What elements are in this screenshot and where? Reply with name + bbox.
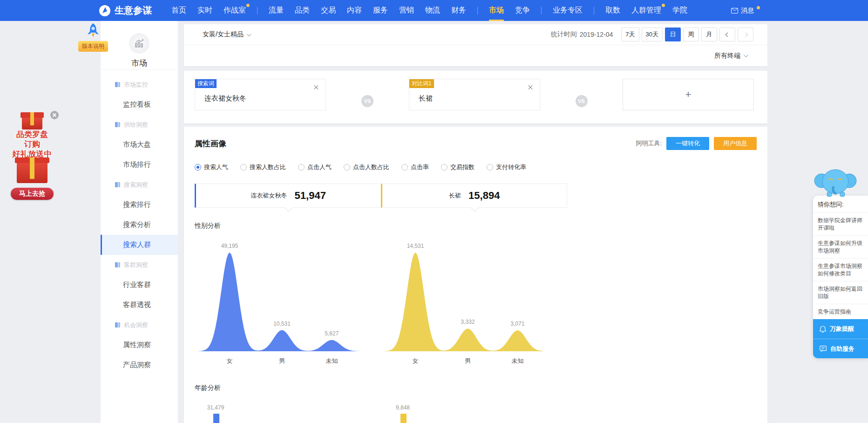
elephant-mascot	[813, 165, 868, 196]
compare-word-tag: 对比词1	[409, 79, 434, 88]
sidebar-item-industry-customers[interactable]: 行业客群	[101, 275, 178, 295]
svg-text:3,332: 3,332	[461, 319, 475, 325]
nav-item-marketing[interactable]: 营销	[399, 0, 414, 21]
sidebar-item-attribute-insight[interactable]: 属性洞察	[101, 335, 178, 355]
sidebar-item-search-ranking[interactable]: 搜索排行	[101, 195, 178, 215]
stat-date: 2019-12-04	[580, 31, 613, 38]
version-badge[interactable]: 版本说明	[78, 41, 108, 52]
nav-item-content[interactable]: 内容	[347, 0, 362, 21]
category-selector[interactable]: 女装/女士精品	[203, 30, 250, 39]
radio-clicker-share[interactable]: 点击人数占比	[344, 163, 389, 171]
svg-text:未知: 未知	[511, 357, 523, 364]
metric-radio-group: 搜索人气 搜索人数占比 点击人气 点击人数占比 点击率 交易指数 支付转化率	[195, 163, 757, 171]
nav-item-traffic[interactable]: 流量	[269, 0, 284, 21]
range-30d-button[interactable]: 30天	[642, 27, 663, 41]
nav-item-academy[interactable]: 学院	[672, 0, 687, 21]
stat-time-label: 统计时间	[551, 30, 577, 39]
book-icon	[115, 122, 121, 128]
add-compare-word-button[interactable]: +	[623, 79, 754, 110]
age-analysis-label: 年龄分析	[195, 384, 757, 392]
sidebar-section-customer-insight: 客群洞察	[101, 255, 178, 275]
filter-panel: 女装/女士精品 统计时间 2019-12-04 7天 30天 日 周 月	[184, 24, 767, 66]
age-bar-word2	[400, 414, 407, 423]
wanxiang-reminder-button[interactable]: 万象提醒	[813, 319, 868, 339]
radio-click-rate[interactable]: 点击率	[401, 163, 429, 171]
nav-item-market-active[interactable]: 市场	[489, 0, 504, 21]
search-word-card[interactable]: 搜索词 连衣裙女秋冬	[195, 79, 326, 110]
one-key-convert-button[interactable]: 一键转化	[666, 137, 709, 150]
search-word-value: 连衣裙女秋冬	[204, 94, 246, 103]
self-service-button[interactable]: 自助服务	[813, 339, 868, 358]
vs-badge: VS	[361, 95, 373, 107]
nav-item-data-fetch[interactable]: 取数	[605, 0, 620, 21]
sidebar-section-opportunity-insight: 机会洞察	[101, 315, 178, 335]
range-month-button[interactable]: 月	[701, 27, 717, 41]
notify-dot	[246, 4, 250, 7]
prev-date-button[interactable]	[719, 27, 735, 41]
summary-tab-word1[interactable]: 连衣裙女秋冬 51,947	[195, 184, 381, 208]
sidebar-item-product-insight[interactable]: 产品洞察	[101, 355, 178, 375]
search-word-tag: 搜索词	[195, 79, 217, 88]
date-range-group: 7天 30天 日 周 月	[621, 27, 753, 41]
tools-bar: 阿明工具: 一键转化 用户信息	[636, 137, 757, 150]
nav-item-biz-zone[interactable]: 业务专区	[553, 0, 583, 21]
nav-item-service[interactable]: 服务	[373, 0, 388, 21]
rocket-icon	[85, 22, 101, 40]
radio-search-popularity[interactable]: 搜索人气	[195, 163, 228, 171]
notify-dot	[757, 6, 760, 9]
nav-message[interactable]: 消息	[731, 0, 760, 21]
brand-logo-icon	[99, 5, 111, 17]
version-note: 版本说明	[78, 22, 108, 52]
radio-searcher-share[interactable]: 搜索人数占比	[240, 163, 286, 171]
promo-line-2: 订购	[4, 139, 61, 149]
nav-item-category[interactable]: 品类	[295, 0, 310, 21]
close-icon[interactable]	[313, 85, 319, 90]
range-week-button[interactable]: 周	[683, 27, 699, 41]
radio-click-popularity[interactable]: 点击人气	[298, 163, 332, 171]
nav-item-realtime[interactable]: 实时	[197, 0, 212, 21]
promo-grab-button[interactable]: 马上去抢	[11, 188, 54, 200]
nav-item-home[interactable]: 首页	[171, 0, 186, 21]
radio-icon	[344, 164, 350, 171]
helper-question-4[interactable]: 市场洞察如何返回旧版	[813, 281, 868, 304]
helper-question-5[interactable]: 竞争运营指南	[813, 304, 868, 319]
sidebar-item-monitor-board[interactable]: 监控看板	[101, 95, 178, 115]
sidebar-item-market-ranking[interactable]: 市场排行	[101, 155, 178, 175]
sidebar-item-customer-perspective[interactable]: 客群透视	[101, 295, 178, 315]
helper-title: 猜你想问:	[813, 196, 868, 212]
svg-text:未知: 未知	[326, 357, 338, 364]
helper-question-1[interactable]: 数据学院金牌讲师开课啦	[813, 212, 868, 235]
summary-tab-word2[interactable]: 长裙 15,894	[381, 184, 568, 208]
user-info-button[interactable]: 用户信息	[714, 137, 757, 150]
range-day-button[interactable]: 日	[665, 27, 681, 41]
nav-item-trade[interactable]: 交易	[321, 0, 336, 21]
svg-text:女: 女	[227, 357, 233, 364]
next-date-button[interactable]	[738, 27, 753, 41]
sidebar-title: 市场	[101, 58, 178, 68]
radio-icon	[487, 164, 493, 171]
promo-close-icon[interactable]	[50, 111, 59, 119]
nav-item-warroom[interactable]: 作战室	[224, 0, 246, 21]
svg-text:5,627: 5,627	[325, 330, 339, 337]
nav-item-logistics[interactable]: 物流	[425, 0, 440, 21]
close-icon[interactable]	[528, 85, 533, 90]
gender-chart-word1: 49,19510,5315,627女男未知	[195, 235, 369, 370]
compare-word-card[interactable]: 对比词1 长裙	[409, 79, 540, 110]
helper-question-3[interactable]: 生意参谋市场洞察如何修改类目	[813, 258, 868, 281]
radio-trade-index[interactable]: 交易指数	[441, 163, 475, 171]
radio-pay-conversion[interactable]: 支付转化率	[487, 163, 526, 171]
sidebar-item-search-crowd[interactable]: 搜索人群	[101, 235, 178, 255]
helper-question-2[interactable]: 生意参谋如何升级市场洞察	[813, 235, 868, 258]
nav-item-competition[interactable]: 竞争	[515, 0, 530, 21]
terminal-selector[interactable]: 所有终端	[714, 52, 747, 60]
nav-item-crowd-mgmt[interactable]: 人群管理	[631, 0, 661, 21]
top-nav: 生意参谋 首页 实时 作战室 流量 品类 交易 内容 服务 营销 物流 财务 市…	[0, 0, 868, 21]
nav-item-finance[interactable]: 财务	[451, 0, 466, 21]
keyword-compare-panel: 搜索词 连衣裙女秋冬 VS 对比词1 长裙 VS +	[184, 71, 767, 123]
sidebar-item-search-analysis[interactable]: 搜索分析	[101, 215, 178, 235]
brand[interactable]: 生意参谋	[99, 0, 152, 21]
range-7d-button[interactable]: 7天	[621, 27, 639, 41]
promo-line-1: 品类罗盘	[4, 130, 61, 139]
sidebar-item-market-overview[interactable]: 市场大盘	[101, 135, 178, 155]
svg-text:49,195: 49,195	[221, 243, 238, 249]
